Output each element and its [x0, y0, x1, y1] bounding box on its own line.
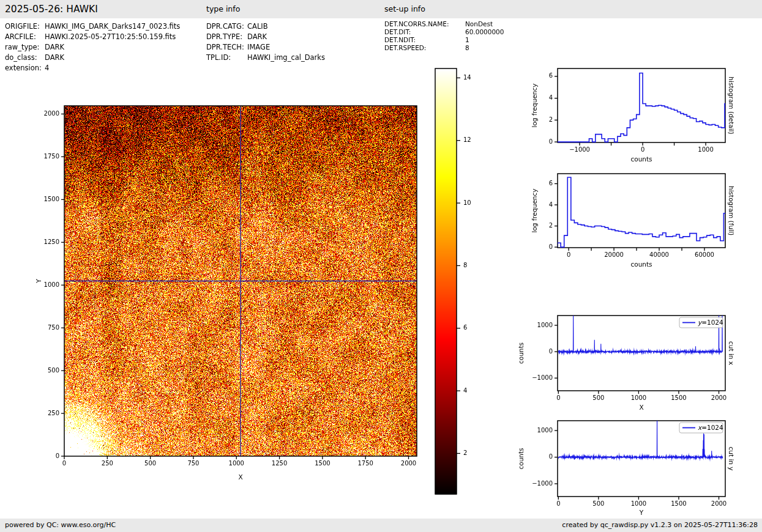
- info-label: DET.RSPEED:: [384, 44, 426, 51]
- histogram-detail-plot: [558, 68, 725, 142]
- info-value: 8: [465, 44, 469, 51]
- info-value: CALIB: [247, 22, 268, 31]
- page-title: 2025-05-26: HAWKI: [5, 0, 98, 18]
- info-label: ARCFILE:: [5, 32, 36, 41]
- colorbar: [435, 68, 457, 494]
- top-bar: 2025-05-26: HAWKI type info set-up info: [0, 0, 762, 18]
- histogram-full-plot: [558, 174, 725, 248]
- setup-info-heading: set-up info: [384, 0, 425, 18]
- cut-in-y-plot: [558, 421, 725, 497]
- info-label: ORIGFILE:: [5, 22, 40, 31]
- info-value: 60.0000000: [465, 28, 504, 35]
- info-label: extension:: [5, 64, 42, 72]
- type-info-heading: type info: [206, 0, 240, 18]
- footer-created-by: created by qc_rawdisp.py v1.2.3 on 2025-…: [562, 519, 758, 532]
- info-value: HAWKI.2025-05-27T10:25:50.159.fits: [45, 32, 176, 41]
- info-value: IMAGE: [247, 43, 270, 51]
- info-label: raw_type:: [5, 43, 40, 51]
- footer-powered-by: powered by QC: www.eso.org/HC: [5, 519, 116, 532]
- info-value: 1: [465, 36, 469, 43]
- info-value: NonDest: [465, 20, 493, 28]
- qc-report-page: 2025-05-26: HAWKI type info set-up info …: [0, 0, 762, 532]
- footer-bar: powered by QC: www.eso.org/HC created by…: [0, 519, 762, 532]
- info-value: 4: [45, 64, 49, 72]
- info-label: DET.DIT:: [384, 28, 411, 35]
- info-value: HAWKI_img_cal_Darks: [247, 53, 325, 62]
- info-value: DARK: [45, 43, 64, 51]
- info-label: DET.NDIT:: [384, 36, 416, 43]
- info-label: DPR.TECH:: [206, 43, 244, 51]
- info-value: DARK: [247, 32, 267, 41]
- info-label: do_class:: [5, 53, 37, 62]
- info-label: DPR.CATG:: [206, 22, 244, 31]
- info-label: DET.NCORRS.NAME:: [384, 20, 449, 28]
- info-label: DPR.TYPE:: [206, 32, 242, 41]
- cut-in-x-plot: [558, 316, 725, 391]
- info-value: HAWKI_IMG_DARK_Darks147_0023.fits: [45, 22, 180, 31]
- info-label: TPL.ID:: [206, 53, 231, 62]
- raw-dark-image: [64, 106, 417, 456]
- info-value: DARK: [45, 53, 64, 62]
